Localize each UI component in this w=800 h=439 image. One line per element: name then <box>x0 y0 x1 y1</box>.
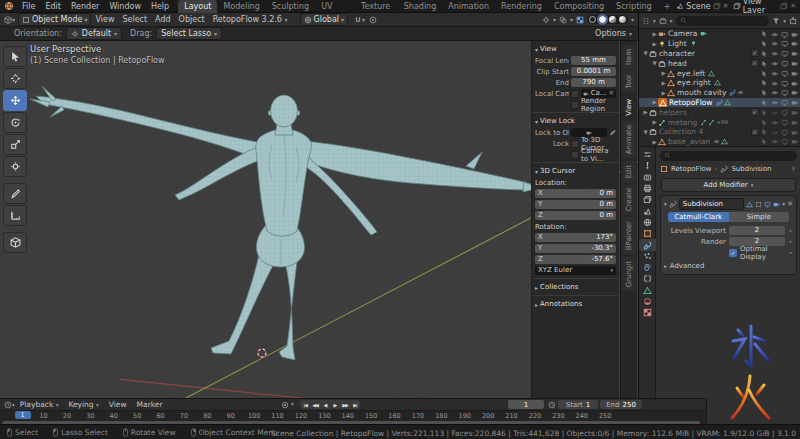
disclosure-icon[interactable]: ▼ <box>642 50 649 56</box>
properties-tab-modifiers[interactable] <box>639 239 656 250</box>
modifier-extras-caret[interactable]: ▾ <box>782 201 785 207</box>
camera-restrict-icon[interactable] <box>791 137 799 146</box>
type-tab-simple[interactable]: Simple <box>729 212 790 222</box>
xray-toggle-icon[interactable] <box>576 16 584 24</box>
outliner-row-head[interactable]: ▼ head ✓ <box>639 58 800 68</box>
properties-tab-tool[interactable] <box>639 160 656 171</box>
field-rotation-z[interactable]: Z-57.6° <box>535 255 616 264</box>
add-modifier-button[interactable]: Add Modifier▾ <box>661 178 796 192</box>
camera-to-view-checkbox[interactable] <box>571 151 579 159</box>
monitor-icon[interactable] <box>781 39 789 48</box>
outliner-row-eye-right[interactable]: ▶ eye.right <box>639 78 800 88</box>
shading-rendered[interactable] <box>619 16 626 23</box>
outliner-display-mode-icon[interactable] <box>659 17 667 25</box>
properties-tab-particles[interactable] <box>639 251 656 262</box>
n-panel-tab-edit[interactable]: Edit <box>622 161 636 183</box>
menu-file[interactable]: File <box>17 2 40 11</box>
properties-editor-icon[interactable] <box>639 149 656 160</box>
disclosure-icon[interactable]: ▶ <box>651 139 658 145</box>
view-section-header[interactable]: ▾View <box>535 43 616 55</box>
workspace-tab-compositing[interactable]: Compositing <box>548 0 610 13</box>
outliner-row-light[interactable]: ▶ Light <box>639 39 800 49</box>
camera-restrict-icon[interactable] <box>791 108 799 117</box>
camera-restrict-icon[interactable] <box>791 118 799 127</box>
timeline-menu-keying[interactable]: Keying ▾ <box>63 400 103 409</box>
eye-closed-icon[interactable] <box>771 127 779 136</box>
workspace-tab-modeling[interactable]: Modeling <box>217 0 265 13</box>
outliner-editor-caret[interactable]: ▾ <box>653 18 656 24</box>
disclosure-icon[interactable]: ▶ <box>651 41 658 47</box>
jump-to-start-button[interactable]: |◀ <box>300 400 310 409</box>
outliner-row-helpers[interactable]: ▶ helpers ✓ <box>639 107 800 117</box>
show-gizmo-icon[interactable] <box>542 16 550 24</box>
camera-restrict-icon[interactable] <box>791 88 799 97</box>
properties-tab-scene[interactable] <box>639 205 656 216</box>
menu-render[interactable]: Render <box>66 2 104 11</box>
eye-icon[interactable] <box>771 29 779 38</box>
field-focal-length[interactable]: 55 mm <box>571 56 616 65</box>
outliner-filter-caret[interactable]: ▾ <box>783 18 786 24</box>
auto-keying-icon[interactable] <box>281 401 289 409</box>
play-button[interactable]: ▶ <box>330 400 340 409</box>
shading-material[interactable] <box>609 16 616 23</box>
show-overlays-icon[interactable] <box>559 16 567 24</box>
workspace-tab-sculpting[interactable]: Sculpting <box>266 0 315 13</box>
type-tab-catmull-clark[interactable]: Catmull-Clark <box>668 212 729 222</box>
playhead[interactable]: 1 <box>15 411 31 419</box>
tool-measure[interactable] <box>3 205 27 226</box>
play-reverse-button[interactable]: ◀ <box>320 400 330 409</box>
field-end[interactable]: 790 m <box>571 78 616 87</box>
workspace-tab-shading[interactable]: Shading <box>398 0 443 13</box>
menu-window[interactable]: Window <box>104 2 146 11</box>
outliner-row-mouth-cavity[interactable]: ▶ mouth cavity <box>639 88 800 98</box>
render-toggle-icon[interactable] <box>773 200 780 208</box>
overlays-caret[interactable]: ▾ <box>570 16 573 23</box>
shading-solid[interactable] <box>599 16 606 23</box>
pin-icon[interactable] <box>790 165 797 173</box>
menu-help[interactable]: Help <box>146 2 174 11</box>
jump-to-prev-keyframe-button[interactable]: ◀◀ <box>310 400 320 409</box>
disclosure-icon[interactable]: ▼ <box>642 129 649 135</box>
properties-tab-physics[interactable] <box>639 262 656 273</box>
properties-search-input[interactable] <box>660 151 797 161</box>
viewport-3d[interactable]: User Perspective (1) Scene Collection | … <box>0 41 638 398</box>
n-panel-tab-create[interactable]: Create <box>622 184 636 215</box>
n-panel-tab-bpainter[interactable]: BPainter <box>622 217 636 254</box>
proportional-editing-icon[interactable] <box>369 16 377 24</box>
tool-add-cube[interactable] <box>3 232 27 253</box>
breadcrumb-item[interactable]: Subdivision <box>731 165 771 173</box>
workspace-tab-scripting[interactable]: Scripting <box>610 0 658 13</box>
disclosure-icon[interactable]: ▶ <box>660 90 667 96</box>
properties-tab-view-layer[interactable] <box>639 194 656 205</box>
n-panel-tab-view[interactable]: View <box>622 95 636 120</box>
menu-object[interactable]: Object <box>175 15 209 24</box>
disclosure-icon[interactable]: ▶ <box>651 99 658 105</box>
monitor-icon[interactable] <box>781 29 789 38</box>
render-region-checkbox[interactable] <box>571 101 579 109</box>
tool-cursor[interactable] <box>3 68 27 89</box>
jump-to-end-button[interactable]: ▶| <box>350 400 360 409</box>
disclosure-icon[interactable]: ▶ <box>651 31 658 37</box>
n-panel-tab-grungit[interactable]: Grungit <box>622 257 636 291</box>
menu-view[interactable]: View <box>91 15 118 24</box>
new-collection-icon[interactable] <box>789 17 797 25</box>
outliner-filter-icon[interactable] <box>772 17 780 25</box>
collections-section-header[interactable]: ▸Collections <box>535 281 616 293</box>
tool-scale[interactable] <box>3 134 27 155</box>
workspace-tab-uv-editing[interactable]: UV Editing <box>315 0 355 13</box>
modifier-expand-caret[interactable]: ▾ <box>664 201 667 207</box>
timeline-menu-marker[interactable]: Marker <box>132 400 168 409</box>
monitor-icon[interactable] <box>781 59 789 68</box>
properties-tab-object[interactable] <box>639 228 656 239</box>
camera-restrict-icon[interactable] <box>791 127 799 136</box>
exclude-checkbox[interactable]: ✓ <box>751 108 759 116</box>
orientation-default-dropdown[interactable]: Default▾ <box>66 27 122 40</box>
shading-wireframe[interactable] <box>589 16 596 23</box>
n-panel-tab-item[interactable]: Item <box>622 45 636 69</box>
n-panel-tab-animate[interactable]: Animate <box>622 121 636 158</box>
exclude-checkbox[interactable]: ✓ <box>751 49 759 57</box>
optimal-display-checkbox[interactable]: ✓ <box>729 249 737 257</box>
tool-rotate[interactable] <box>3 112 27 133</box>
properties-tab-object-data[interactable] <box>639 285 656 296</box>
tool-annotate[interactable] <box>3 183 27 204</box>
